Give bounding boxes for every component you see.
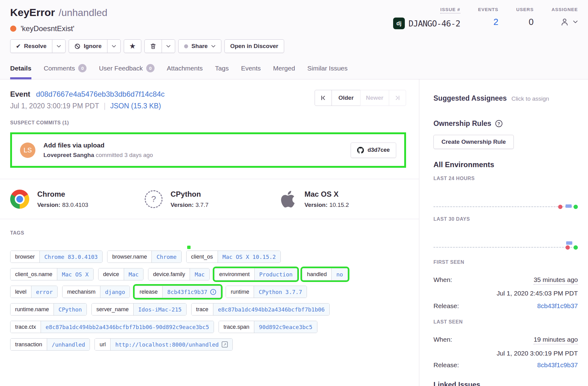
commit-sha-button[interactable]: d3d7cee <box>351 143 396 158</box>
tag-value-link[interactable]: Chrome <box>151 251 181 263</box>
tab-events[interactable]: Events <box>241 64 261 79</box>
resolve-button[interactable]: ✔ Resolve <box>10 39 52 53</box>
delete-dropdown-button[interactable] <box>162 39 175 53</box>
issue-sidebar: Suggested Assignees Click to assign Owne… <box>419 79 588 386</box>
older-event-button[interactable]: Older <box>332 90 360 106</box>
tag-key: release <box>135 286 162 298</box>
ignore-button[interactable]: Ignore <box>69 39 107 53</box>
tab-user-feedback[interactable]: User Feedback0 <box>99 64 154 79</box>
tag-value-link[interactable]: /unhandled <box>47 339 90 350</box>
tab-similar-issues[interactable]: Similar Issues <box>307 64 348 79</box>
issue-tabs: Details Comments0 User Feedback0 Attachm… <box>10 64 348 79</box>
last-seen-relative-time[interactable]: 19 minutes ago <box>534 336 578 344</box>
tag-key: runtime <box>226 286 254 298</box>
error-marker-dot <box>566 245 570 250</box>
share-button[interactable]: Share <box>178 39 221 53</box>
tag-value-link[interactable]: django <box>100 286 130 298</box>
tab-attachments[interactable]: Attachments <box>167 64 203 79</box>
skip-to-last-icon <box>395 95 400 101</box>
tag-key: handled <box>302 268 331 280</box>
release-marker-dot <box>574 205 578 209</box>
tab-details[interactable]: Details <box>10 64 31 79</box>
external-link-icon[interactable]: ↗ <box>222 341 228 348</box>
tag-client-os: client_os Mac OS X 10.15.2 <box>186 251 281 263</box>
event-label: Event <box>10 90 30 98</box>
tag-runtime: runtime CPython 3.7.7 <box>226 286 307 298</box>
issue-number-value[interactable]: dj DJANGO-46-2 <box>393 17 460 30</box>
tab-tags[interactable]: Tags <box>215 64 229 79</box>
commit-author-name: Lovepreet Sangha <box>43 152 94 158</box>
tag-value-link[interactable]: error <box>31 286 57 298</box>
delete-button[interactable] <box>144 39 162 53</box>
help-question-icon[interactable]: ? <box>495 120 502 127</box>
assignee-selector[interactable] <box>560 16 578 28</box>
tag-value-link[interactable]: e8c87ba1dc494bb2a4346bcfbf7b1b06 <box>213 304 329 315</box>
stat-issue-number: ISSUE # dj DJANGO-46-2 <box>393 7 460 30</box>
resolve-button-group: ✔ Resolve <box>10 39 66 53</box>
bookmark-star-button[interactable]: ★ <box>124 39 141 53</box>
oldest-event-button[interactable] <box>315 90 332 106</box>
event-id-link[interactable]: d08d7667e4a5476eb3b3db6d7f14c84c <box>36 90 165 98</box>
last-seen-absolute-time: Jul 1, 2020 3:00:19 PM PDT <box>433 350 578 357</box>
users-count[interactable]: 0 <box>529 16 534 28</box>
create-ownership-rule-button[interactable]: Create Ownership Rule <box>433 135 514 149</box>
tag-release: release 8cb43f1c9b37 i <box>135 286 221 298</box>
tag-value-link[interactable]: no <box>331 268 348 280</box>
commit-author-avatar: LS <box>20 143 35 158</box>
tag-value-link[interactable]: Idos-iMac-215 <box>133 304 186 315</box>
ignore-dropdown-button[interactable] <box>107 39 121 53</box>
last-24-hours-sparkline[interactable] <box>433 181 578 210</box>
tag-value-link[interactable]: 90d892c9eace3bc5 <box>254 321 317 333</box>
tags-heading: TAGS <box>10 230 406 236</box>
tag-row: client_os.name Mac OS X device Mac devic… <box>10 268 406 280</box>
tag-value-link[interactable]: Mac OS X <box>57 268 93 280</box>
tag-value-link[interactable]: Mac <box>190 268 209 280</box>
resolve-dropdown-button[interactable] <box>52 39 66 53</box>
tag-handled: handled no <box>302 268 348 280</box>
tag-value-link[interactable]: Mac OS X 10.15.2 <box>218 251 280 263</box>
last-seen-release-link[interactable]: 8cb43f1c9b37 <box>537 361 578 369</box>
tag-key: device.family <box>148 268 190 280</box>
tag-value-link[interactable]: e8c87ba1dc494bb2a4346bcfbf7b1b06-90d892c… <box>41 321 214 333</box>
stat-assignee: ASSIGNEE <box>551 7 578 30</box>
info-icon[interactable]: i <box>210 289 216 295</box>
open-in-discover-button[interactable]: Open in Discover <box>224 39 284 53</box>
chevron-down-icon <box>166 45 171 48</box>
context-os: Mac OS X Version:10.15.2 <box>279 190 414 209</box>
newer-event-button[interactable]: Newer <box>360 90 389 106</box>
events-count[interactable]: 2 <box>493 16 498 28</box>
tag-value-link[interactable]: Chrome 83.0.4103 <box>39 251 102 263</box>
tag-device-family: device.family Mac <box>148 268 210 280</box>
tab-comments[interactable]: Comments0 <box>44 64 87 79</box>
tag-key: runtime.name <box>10 304 54 315</box>
content: Event d08d7667e4a5476eb3b3db6d7f14c84c J… <box>0 79 588 386</box>
skip-to-latest-button[interactable] <box>389 90 406 106</box>
trash-icon <box>150 43 156 49</box>
first-seen-release-link[interactable]: 8cb43f1c9b37 <box>537 302 578 310</box>
tag-value-link[interactable]: http://localhost:8000/unhandled ↗ <box>110 339 232 350</box>
event-json-link[interactable]: JSON (15.3 KB) <box>110 102 161 110</box>
tag-value-link[interactable]: CPython <box>54 304 87 315</box>
person-icon <box>560 17 569 26</box>
last-30-days-sparkline[interactable] <box>433 222 578 250</box>
delete-button-group <box>144 39 175 53</box>
tag-key: mechanism <box>62 286 100 298</box>
share-status-dot-icon <box>184 44 188 48</box>
tag-value-link[interactable]: Mac <box>124 268 143 280</box>
first-seen-relative-time[interactable]: 35 minutes ago <box>534 276 578 285</box>
tag-value-link[interactable]: 8cb43f1c9b37 i <box>162 286 221 298</box>
last-30-days-label: LAST 30 DAYS <box>433 216 578 222</box>
comments-count-badge: 0 <box>78 64 87 72</box>
context-name: Chrome <box>37 190 88 199</box>
tag-key: server_name <box>92 304 133 315</box>
tag-value-link[interactable]: CPython 3.7.7 <box>254 286 307 298</box>
feedback-count-badge: 0 <box>146 64 155 72</box>
tag-client-os-wrap: client_os Mac OS X 10.15.2 <box>186 251 281 263</box>
tag-value-link[interactable]: Production <box>254 268 297 280</box>
users-label: USERS <box>516 7 534 12</box>
ownership-rules: Ownership Rules ? <box>433 119 578 128</box>
tab-merged[interactable]: Merged <box>273 64 295 79</box>
tag-key: environment <box>215 268 254 280</box>
commit-title: Add files via upload <box>43 142 351 149</box>
tag-trace-ctx: trace.ctx e8c87ba1dc494bb2a4346bcfbf7b1b… <box>10 321 214 333</box>
